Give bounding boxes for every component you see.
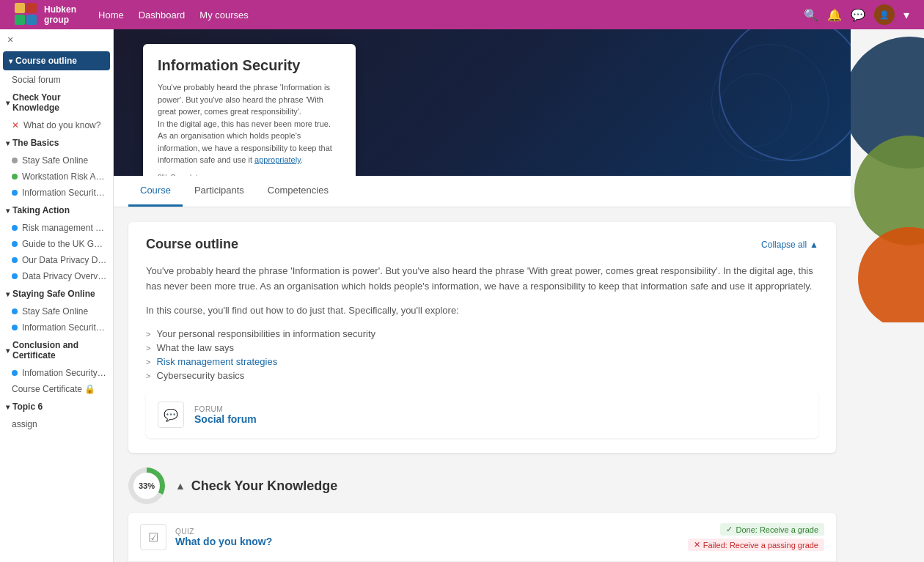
chevron-down-icon: ▾ bbox=[6, 139, 10, 147]
sidebar-item-assign[interactable]: assign bbox=[0, 416, 113, 432]
course-outline-card: Course outline Collapse all ▲ You've pro… bbox=[128, 222, 836, 453]
quiz-title[interactable]: What do you know? bbox=[175, 536, 688, 547]
svg-point-5 bbox=[854, 136, 924, 245]
quiz-icon: ☑ bbox=[140, 524, 166, 550]
checkmark-icon: ✓ bbox=[726, 525, 733, 534]
section-header-row: 33% ▲ Check Your Knowledge bbox=[128, 467, 836, 504]
sidebar-section-course-outline[interactable]: ▾ Course outline bbox=[3, 51, 110, 70]
hero-info-card: Information Security You've probably hea… bbox=[143, 44, 356, 176]
list-item: Cybersecurity basics bbox=[146, 369, 818, 382]
chevron-down-icon: ▾ bbox=[9, 57, 12, 65]
svg-rect-3 bbox=[26, 15, 37, 25]
tab-participants[interactable]: Participants bbox=[183, 176, 256, 207]
svg-rect-1 bbox=[26, 3, 37, 13]
sidebar-item-stay-safe-online[interactable]: Stay Safe Online bbox=[0, 303, 113, 319]
tab-course[interactable]: Course bbox=[128, 176, 183, 207]
quiz-type-label: QUIZ bbox=[175, 528, 688, 536]
hero-title: Information Security bbox=[158, 57, 341, 74]
hero-banner: Information Security You've probably hea… bbox=[114, 29, 851, 176]
sidebar-section-staying-safe[interactable]: ▾ Staying Safe Online bbox=[0, 284, 113, 303]
chevron-up-icon: ▲ bbox=[810, 240, 818, 250]
chevron-down-icon: ▾ bbox=[6, 403, 10, 411]
status-dot bbox=[12, 370, 18, 376]
sidebar-item-stay-safe[interactable]: Stay Safe Online bbox=[0, 152, 113, 169]
sidebar-item-info-security-essent[interactable]: Information Security Essent... bbox=[0, 185, 113, 201]
top-nav: Hubkengroup Home Dashboard My courses 🔍 … bbox=[0, 0, 924, 29]
section-title: ▲ Check Your Knowledge bbox=[175, 478, 337, 494]
badge-done: ✓ Done: Receive a grade bbox=[720, 523, 824, 536]
deco-svg bbox=[851, 29, 924, 322]
logo-text: Hubkengroup bbox=[44, 4, 76, 26]
quiz-card-header: ☑ QUIZ What do you know? ✓ Done: Receive… bbox=[128, 513, 836, 562]
forum-title[interactable]: Social forum bbox=[194, 413, 257, 425]
chevron-down-icon: ▾ bbox=[6, 290, 10, 298]
lock-icon: 🔒 bbox=[84, 384, 95, 394]
sidebar-item-data-privacy-docs[interactable]: Our Data Privacy Documents bbox=[0, 252, 113, 268]
svg-point-4 bbox=[851, 37, 924, 169]
nav-home[interactable]: Home bbox=[98, 10, 124, 21]
status-dot bbox=[12, 241, 18, 247]
sidebar-section-conclusion[interactable]: ▾ Conclusion and Certificate bbox=[0, 336, 113, 365]
content-area: Course outline Collapse all ▲ You've pro… bbox=[114, 207, 851, 562]
chat-icon[interactable]: 💬 bbox=[851, 8, 865, 22]
list-item: Your personal responsibilities in inform… bbox=[146, 327, 818, 341]
list-item: Risk management strategies bbox=[146, 355, 818, 369]
close-sidebar-button[interactable]: × bbox=[0, 29, 113, 50]
tabs-bar: Course Participants Competencies bbox=[114, 176, 851, 207]
status-dot bbox=[12, 174, 18, 180]
chevron-down-icon: ▾ bbox=[6, 99, 10, 107]
chevron-down-icon: ▾ bbox=[6, 207, 10, 215]
avatar[interactable]: 👤 bbox=[874, 4, 895, 25]
quiz-card: ☑ QUIZ What do you know? ✓ Done: Receive… bbox=[128, 513, 836, 562]
forum-icon: 💬 bbox=[158, 402, 184, 428]
search-icon[interactable]: 🔍 bbox=[804, 8, 818, 22]
bell-icon[interactable]: 🔔 bbox=[827, 8, 842, 22]
hero-description: You've probably heard the phrase 'Inform… bbox=[158, 81, 341, 166]
sidebar-item-info-security-quiz[interactable]: Information Security Quiz bbox=[0, 319, 113, 336]
sidebar-section-check-knowledge[interactable]: ▾ Check Your Knowledge bbox=[0, 88, 113, 117]
forum-meta: FORUM Social forum bbox=[194, 405, 257, 425]
collapse-all-button[interactable]: Collapse all ▲ bbox=[761, 240, 818, 250]
tab-competencies[interactable]: Competencies bbox=[256, 176, 340, 207]
forum-item: 💬 FORUM Social forum bbox=[146, 391, 818, 438]
sidebar-item-risk-management[interactable]: Risk management strategies bbox=[0, 220, 113, 236]
sidebar: × ▾ Course outline Social forum ▾ Check … bbox=[0, 29, 114, 562]
section-progress-circle: 33% bbox=[128, 467, 165, 504]
nav-dashboard[interactable]: Dashboard bbox=[139, 10, 186, 21]
svg-rect-2 bbox=[15, 15, 25, 25]
status-dot bbox=[12, 190, 18, 196]
sidebar-item-workstation[interactable]: Workstation Risk Assignme... bbox=[0, 169, 113, 185]
quiz-check-icon: ☑ bbox=[148, 530, 158, 544]
risk-management-link[interactable]: Risk management strategies bbox=[156, 356, 277, 367]
sidebar-item-infomation-security[interactable]: Infomation Security - Your ... bbox=[0, 365, 113, 381]
section-toggle-icon[interactable]: ▲ bbox=[175, 480, 186, 492]
outline-intro: In this course, you'll find out how to d… bbox=[146, 303, 818, 319]
outline-card-title: Course outline bbox=[146, 237, 238, 252]
status-dot bbox=[12, 257, 18, 263]
outline-card-header: Course outline Collapse all ▲ bbox=[146, 237, 818, 252]
sidebar-section-topic6[interactable]: ▾ Topic 6 bbox=[0, 397, 113, 416]
sidebar-item-data-privacy-overview[interactable]: Data Privacy Overview bbox=[0, 268, 113, 284]
sidebar-section-basics[interactable]: ▾ The Basics bbox=[0, 133, 113, 152]
list-item: What the law says bbox=[146, 341, 818, 355]
chevron-down-icon[interactable]: ▾ bbox=[903, 8, 909, 22]
hubken-logo-icon bbox=[15, 3, 38, 26]
outline-description: You've probably heard the phrase 'Inform… bbox=[146, 264, 818, 295]
logo[interactable]: Hubkengroup bbox=[15, 3, 76, 26]
sidebar-item-uk-general-d[interactable]: Guide to the UK General D... bbox=[0, 236, 113, 252]
nav-right: 🔍 🔔 💬 👤 ▾ bbox=[804, 4, 909, 25]
status-dot bbox=[12, 158, 18, 163]
status-dot bbox=[12, 225, 18, 231]
sidebar-item-social-forum[interactable]: Social forum bbox=[0, 72, 113, 88]
quiz-info: QUIZ What do you know? bbox=[175, 528, 688, 547]
outline-bullet-list: Your personal responsibilities in inform… bbox=[146, 327, 818, 382]
progress-label: 0% Complete bbox=[158, 174, 341, 177]
sidebar-section-taking-action[interactable]: ▾ Taking Action bbox=[0, 201, 113, 220]
quiz-badges: ✓ Done: Receive a grade ✕ Failed: Receiv… bbox=[688, 523, 824, 551]
chevron-down-icon: ▾ bbox=[6, 347, 10, 355]
sidebar-item-what-do-you-know[interactable]: ✕ What do you know? bbox=[0, 117, 113, 133]
nav-courses[interactable]: My courses bbox=[199, 10, 248, 21]
sidebar-item-course-certificate[interactable]: Course Certificate 🔒 bbox=[0, 381, 113, 397]
main-content: Information Security You've probably hea… bbox=[114, 29, 851, 562]
nav-links: Home Dashboard My courses bbox=[98, 10, 804, 21]
